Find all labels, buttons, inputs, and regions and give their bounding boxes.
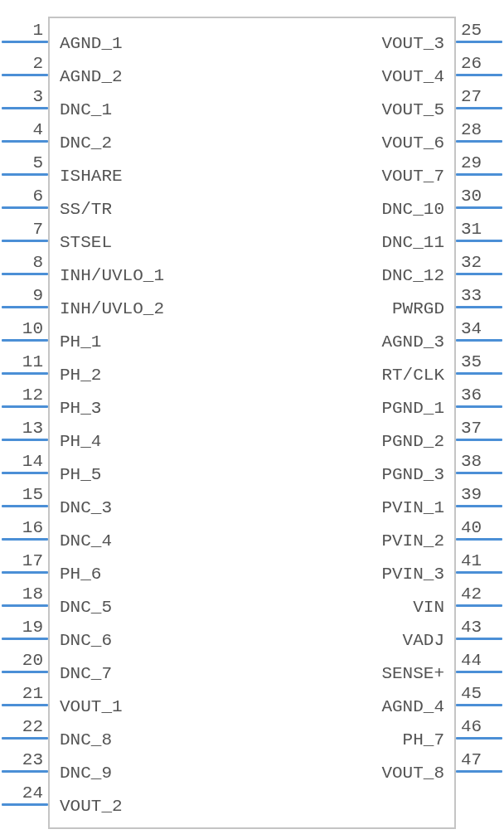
pin-number: 44 (461, 652, 482, 669)
pin-name: DNC_9 (60, 764, 112, 782)
pin-lead (2, 273, 48, 275)
pin-lead (2, 240, 48, 242)
pin-lead (2, 107, 48, 109)
pin-number: 32 (461, 254, 482, 271)
pin-lead (2, 704, 48, 706)
pin-name: PH_1 (60, 333, 101, 351)
pin-number: 20 (0, 652, 43, 669)
pin-number: 31 (461, 221, 482, 238)
pin-lead (456, 206, 502, 209)
pin-name: DNC_2 (60, 134, 112, 152)
pin-name: DNC_3 (60, 499, 112, 516)
pin-number: 2 (0, 55, 43, 72)
pin-name: AGND_3 (381, 333, 444, 351)
pin-number: 18 (0, 585, 43, 603)
pin-name: PH_2 (60, 366, 101, 384)
pin-name: DNC_4 (60, 532, 112, 550)
pin-lead (456, 41, 502, 43)
pin-lead (2, 74, 48, 76)
pin-lead (456, 372, 502, 375)
pin-name: VOUT_2 (60, 798, 123, 815)
pin-name: VOUT_6 (381, 134, 444, 152)
pin-number: 10 (0, 320, 43, 337)
pin-name: ISHARE (60, 167, 123, 185)
pin-lead (2, 206, 48, 209)
pin-number: 39 (461, 486, 482, 503)
pin-lead (456, 538, 502, 541)
pin-lead (456, 439, 502, 441)
pin-name: VADJ (403, 632, 444, 649)
pin-name: DNC_6 (60, 632, 112, 649)
pin-lead (456, 339, 502, 342)
pin-lead (2, 472, 48, 474)
pin-lead (2, 372, 48, 375)
pin-lead (456, 671, 502, 673)
pin-name: VOUT_8 (381, 764, 444, 782)
pin-number: 7 (0, 221, 43, 238)
pin-name: DNC_10 (381, 201, 444, 218)
pin-name: PH_6 (60, 565, 101, 583)
pin-number: 11 (0, 353, 43, 371)
pin-lead (2, 604, 48, 607)
pin-name: SENSE+ (381, 665, 444, 682)
pin-lead (2, 405, 48, 408)
pin-name: DNC_7 (60, 665, 112, 682)
pin-number: 17 (0, 552, 43, 570)
pin-lead (2, 571, 48, 574)
pin-name: PVIN_3 (381, 565, 444, 583)
pin-lead (456, 571, 502, 574)
pin-name: PH_3 (60, 400, 101, 417)
pin-number: 4 (0, 121, 43, 138)
pin-number: 19 (0, 618, 43, 636)
pin-number: 38 (461, 453, 482, 470)
pin-lead (2, 737, 48, 740)
pin-lead (2, 638, 48, 640)
pin-lead (456, 604, 502, 607)
pin-name: VOUT_5 (381, 101, 444, 119)
pin-lead (456, 704, 502, 706)
pin-name: PVIN_2 (381, 532, 444, 550)
pin-name: PGND_2 (381, 433, 444, 450)
pin-number: 14 (0, 453, 43, 470)
pin-lead (2, 770, 48, 773)
pin-name: AGND_4 (381, 698, 444, 715)
pin-number: 47 (461, 751, 482, 769)
pin-name: INH/UVLO_1 (60, 267, 164, 284)
pin-lead (2, 505, 48, 507)
pin-number: 33 (461, 287, 482, 304)
pin-number: 36 (461, 386, 482, 404)
pin-name: STSEL (60, 234, 112, 251)
pin-number: 15 (0, 486, 43, 503)
pin-number: 29 (461, 154, 482, 172)
pin-number: 40 (461, 519, 482, 536)
pin-name: PGND_3 (381, 466, 444, 483)
pin-number: 42 (461, 585, 482, 603)
pin-name: VOUT_7 (381, 167, 444, 185)
pin-name: DNC_8 (60, 731, 112, 749)
pin-lead (456, 74, 502, 76)
pin-name: PGND_1 (381, 400, 444, 417)
pin-name: VOUT_3 (381, 35, 444, 52)
pin-lead (456, 107, 502, 109)
pin-name: AGND_1 (60, 35, 123, 52)
pin-number: 24 (0, 784, 43, 802)
pin-name: PH_5 (60, 466, 101, 483)
pin-lead (456, 405, 502, 408)
pin-name: VIN (413, 599, 444, 616)
pin-number: 22 (0, 718, 43, 735)
pin-number: 27 (461, 88, 482, 105)
pin-lead (2, 140, 48, 143)
pin-number: 6 (0, 187, 43, 205)
pin-name: RT/CLK (381, 366, 444, 384)
pin-name: PVIN_1 (381, 499, 444, 516)
pin-number: 28 (461, 121, 482, 138)
pin-lead (2, 306, 48, 308)
pin-number: 5 (0, 154, 43, 172)
pin-lead (2, 671, 48, 673)
pin-lead (2, 41, 48, 43)
pin-number: 13 (0, 420, 43, 437)
pin-number: 30 (461, 187, 482, 205)
pin-number: 35 (461, 353, 482, 371)
pin-name: DNC_12 (381, 267, 444, 284)
pin-lead (456, 240, 502, 242)
